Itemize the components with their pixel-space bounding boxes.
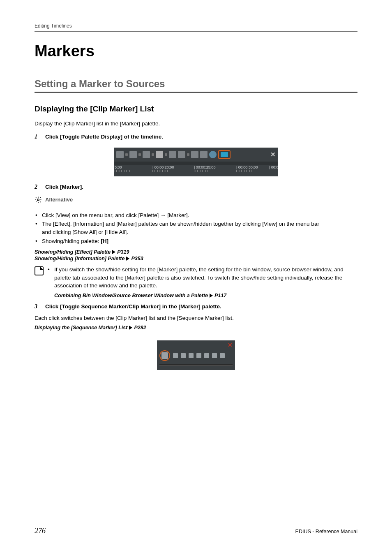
toggle-palette-display-button[interactable] — [218, 150, 231, 159]
toggle-sequence-clip-marker-button[interactable] — [159, 350, 170, 361]
step-1: 1 Click [Toggle Palette Display] of the … — [35, 134, 357, 140]
xref-combining-window[interactable]: Combining Bin Window/Source Browser Wind… — [54, 292, 226, 299]
running-header: Editing Timelines — [35, 23, 357, 32]
step-number: 1 — [35, 134, 39, 140]
note-icon — [35, 266, 44, 275]
svg-point-0 — [37, 199, 39, 201]
page-number: 276 — [35, 527, 46, 535]
step-2: 2 Click [Marker]. — [35, 184, 357, 190]
palette-icon — [212, 353, 217, 358]
list-item: Click [View] on the menu bar, and click … — [35, 211, 357, 220]
delete-icon — [204, 353, 209, 358]
tool-icon — [129, 151, 137, 158]
tool-icon — [200, 151, 208, 158]
marker-toggle-icon — [161, 352, 168, 359]
divider — [159, 364, 233, 366]
tool-icon — [116, 151, 124, 158]
tool-icon — [156, 151, 163, 158]
alternative-label: Alternative — [45, 197, 73, 203]
palette-icon — [221, 152, 228, 157]
tool-icon — [209, 151, 217, 158]
gear-icon — [35, 196, 42, 204]
timeline-toolbar: ✕ — [114, 148, 278, 162]
ruler-tick: | 00:00:30;00 — [236, 165, 258, 169]
step-text: Click [Marker]. — [45, 184, 83, 190]
step-text: Click [Toggle Sequence Marker/Clip Marke… — [45, 303, 221, 310]
note-body: If you switch the show/hide setting for … — [48, 266, 357, 299]
step-text: Click [Toggle Palette Display] of the ti… — [45, 134, 163, 140]
prev-icon — [189, 353, 194, 358]
ruler-tick: 5;00 — [115, 165, 122, 169]
section-heading: Setting a Marker to Sources — [35, 78, 357, 93]
page-title: Markers — [35, 42, 357, 60]
dropdown-icon — [152, 153, 154, 156]
palette-icon — [181, 353, 186, 358]
alternative-heading: Alternative — [35, 196, 357, 204]
dropdown-icon — [165, 153, 167, 156]
timeline-ruler: 5;00 | 00:00:20;00 | 00:00:25;00 | 00:00… — [114, 165, 278, 176]
marker-palette-toolbar — [159, 350, 233, 361]
page-footer: 276 EDIUS - Reference Manual — [35, 527, 357, 535]
dropdown-icon — [125, 153, 128, 156]
xref-effect-palette[interactable]: Showing/Hiding [Effect] Palette P319 — [35, 249, 129, 255]
subsection-heading: Displaying the [Clip Marker] List — [35, 104, 357, 113]
intro-text: Display the [Clip Marker] list in the [M… — [35, 120, 357, 128]
xref-information-palette[interactable]: Showing/Hiding [Information] Palette P35… — [35, 256, 143, 261]
step-number: 3 — [35, 303, 39, 310]
figure-timeline-toolbar: ✕ 5;00 | 00:00:20;00 | 00:00:25;00 | 00:… — [35, 148, 357, 176]
triangle-icon — [210, 294, 213, 298]
step-3: 3 Click [Toggle Sequence Marker/Clip Mar… — [35, 303, 357, 310]
palette-icon — [173, 353, 178, 358]
ruler-tick: | 00:0 — [269, 165, 278, 169]
tool-icon — [178, 151, 185, 158]
figure-marker-palette: ✕ — [35, 338, 357, 370]
triangle-icon — [126, 257, 129, 261]
ruler-tick: | 00:00:20;00 — [152, 165, 174, 169]
note-block: If you switch the show/hide setting for … — [35, 266, 357, 299]
xref-sequence-marker-list[interactable]: Displaying the [Sequence Marker] List P2… — [35, 325, 146, 331]
tool-icon — [191, 151, 198, 158]
triangle-icon — [112, 250, 115, 254]
divider — [35, 207, 357, 207]
step-3-description: Each click switches between the [Clip Ma… — [35, 314, 357, 322]
tool-icon — [143, 151, 150, 158]
next-icon — [196, 353, 201, 358]
triangle-icon — [129, 326, 132, 330]
alternative-list: Click [View] on the menu bar, and click … — [35, 211, 357, 245]
dropdown-icon — [138, 153, 141, 156]
step-number: 2 — [35, 184, 39, 190]
arrow-icon: → — [160, 212, 166, 218]
manual-title: EDIUS - Reference Manual — [295, 529, 357, 534]
list-item: Showing/hiding palette: [H] — [35, 237, 357, 245]
list-item: The [Effect], [Information] and [Marker]… — [35, 220, 357, 236]
close-icon[interactable]: ✕ — [270, 151, 276, 158]
close-icon[interactable]: ✕ — [228, 342, 233, 348]
ruler-tick: | 00:00:25;00 — [194, 165, 215, 169]
palette-icon — [220, 353, 225, 358]
tool-icon — [169, 151, 176, 158]
dropdown-icon — [187, 153, 189, 156]
